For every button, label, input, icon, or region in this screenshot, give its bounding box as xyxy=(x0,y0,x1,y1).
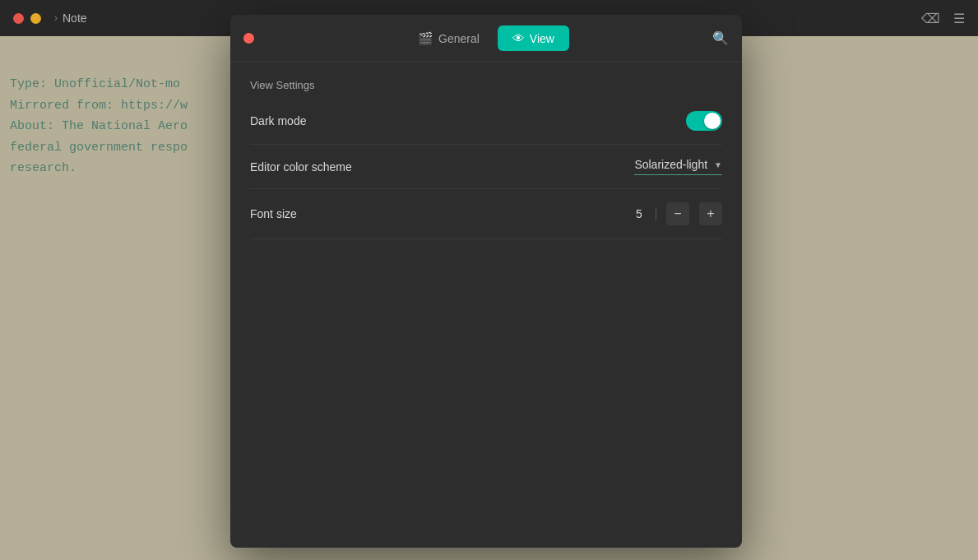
tab-general[interactable]: 🎬 General xyxy=(403,25,494,52)
font-size-control: 5 − + xyxy=(633,202,722,225)
font-size-row: Font size 5 − + xyxy=(250,189,722,239)
settings-modal: 🎬 General 👁 View 🔍 View Settings Dark mo… xyxy=(230,15,742,548)
dark-mode-label: Dark mode xyxy=(250,114,306,127)
general-tab-label: General xyxy=(438,32,480,45)
editor-color-scheme-row: Editor color scheme Solarized-light ▼ xyxy=(250,145,722,189)
view-tab-label: View xyxy=(530,32,554,45)
font-size-divider xyxy=(656,207,656,220)
modal-header: 🎬 General 👁 View 🔍 xyxy=(230,15,742,62)
font-size-label: Font size xyxy=(250,207,297,220)
general-tab-icon: 🎬 xyxy=(418,31,433,46)
chevron-down-icon: ▼ xyxy=(714,160,722,169)
scheme-selector[interactable]: Solarized-light ▼ xyxy=(634,158,722,175)
font-size-decrease-button[interactable]: − xyxy=(666,202,689,225)
modal-close-button[interactable] xyxy=(243,33,254,44)
dark-mode-row: Dark mode xyxy=(250,98,722,145)
scheme-value: Solarized-light xyxy=(634,158,707,171)
modal-tabs: 🎬 General 👁 View xyxy=(403,25,569,52)
dark-mode-toggle[interactable] xyxy=(686,111,722,131)
toggle-knob xyxy=(704,113,721,129)
font-size-value: 5 xyxy=(633,207,646,220)
modal-body: View Settings Dark mode Editor color sch… xyxy=(230,62,742,252)
editor-color-scheme-label: Editor color scheme xyxy=(250,160,352,174)
search-icon[interactable]: 🔍 xyxy=(712,30,729,46)
section-title: View Settings xyxy=(250,79,722,91)
font-size-increase-button[interactable]: + xyxy=(699,202,722,225)
view-tab-icon: 👁 xyxy=(512,31,525,45)
tab-view[interactable]: 👁 View xyxy=(498,25,569,51)
